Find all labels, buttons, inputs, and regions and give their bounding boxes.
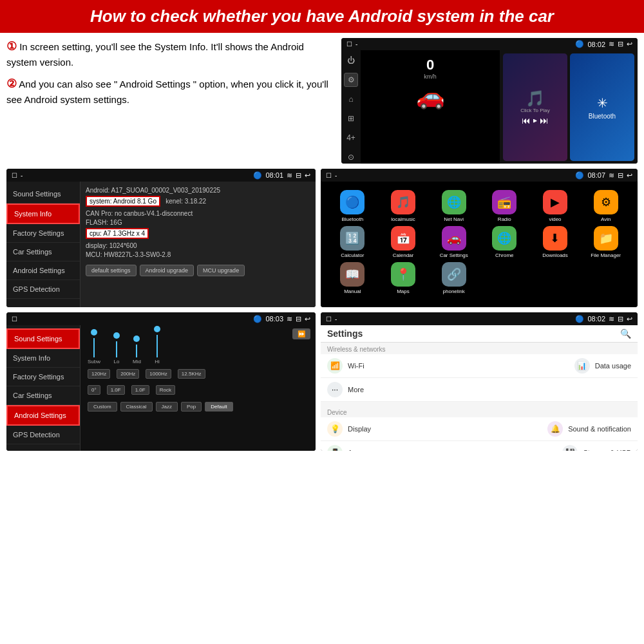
- bluetooth-panel: ✳ Bluetooth: [570, 53, 634, 161]
- sidebar2-gps-detection[interactable]: GPS Detection: [6, 426, 80, 444]
- app-downloads[interactable]: ⬇ Downloads: [532, 226, 579, 258]
- car-left-nav: ⏻ ⚙ ⌂ ⊞ 4+ ⊙: [341, 50, 361, 164]
- display-label: Display: [348, 425, 371, 433]
- device-section-title: Device: [321, 406, 638, 417]
- sidebar2-sound-settings[interactable]: Sound Settings: [6, 328, 80, 349]
- radio-app-icon: 📻: [492, 190, 516, 214]
- app-calculator[interactable]: 🔢 Calculator: [329, 226, 376, 258]
- video-app-label: video: [549, 216, 561, 222]
- app-manual[interactable]: 📖 Manual: [329, 262, 376, 294]
- apps-icon: 📱: [327, 445, 343, 451]
- step1-text: In screen setting, you'll see the System…: [6, 41, 304, 68]
- eq-bars: Subw Lo Mid: [84, 329, 312, 365]
- more-item[interactable]: ··· More: [321, 378, 638, 402]
- sidebar-gps-detection[interactable]: GPS Detection: [6, 280, 80, 299]
- preset-pop[interactable]: Pop: [181, 402, 202, 412]
- nav-icon[interactable]: ⊙: [344, 150, 358, 164]
- preset-custom[interactable]: Custom: [88, 402, 117, 412]
- apps-icon[interactable]: ⊞: [344, 111, 358, 126]
- more-label: More: [348, 386, 364, 393]
- eq-lo: Lo: [113, 332, 120, 365]
- unit-bar-top: ☐- 🔵 08:02 ≋⊟↩: [341, 38, 638, 50]
- app-radio[interactable]: 📻 Radio: [481, 190, 528, 222]
- settings-icon[interactable]: ⚙: [344, 73, 358, 87]
- app-netnavi[interactable]: 🌐 Net Navi: [430, 190, 477, 222]
- freq-125khz[interactable]: 12.5KHz: [178, 369, 205, 379]
- preset-default[interactable]: Default: [205, 402, 232, 412]
- power-icon[interactable]: ⏻: [344, 53, 358, 68]
- wireless-section-title: Wireless & networks: [321, 343, 638, 354]
- degree-0[interactable]: 0°: [88, 385, 100, 395]
- wifi-item[interactable]: 📶 Wi-Fi 📊 Data usage: [321, 354, 638, 378]
- sound-notif-icon: 🔔: [547, 421, 563, 437]
- sidebar-car-settings[interactable]: Car Settings: [6, 243, 80, 261]
- page-title: How to check whether you have Android sy…: [10, 6, 634, 26]
- settings-sidebar: Sound Settings System Info Factory Setti…: [6, 182, 80, 307]
- app-grid-screenshot: ☐- 🔵 08:07 ≋⊟↩ 🔵 Bluetooth 🎵 localmusic: [321, 169, 638, 307]
- sidebar2-car-settings[interactable]: Car Settings: [6, 386, 80, 405]
- android-upgrade-btn[interactable]: Android upgrade: [140, 265, 194, 276]
- freq-120hz[interactable]: 120Hz: [88, 369, 110, 379]
- app-localmusic[interactable]: 🎵 localmusic: [380, 190, 427, 222]
- app-video[interactable]: ▶ video: [532, 190, 579, 222]
- home-icon[interactable]: ⌂: [344, 92, 358, 106]
- car-unit-screenshot-top: ☐- 🔵 08:02 ≋⊟↩ ⏻ ⚙ ⌂ ⊞ 4+ ⊙: [341, 38, 638, 164]
- eq-label-lo: Lo: [114, 359, 120, 365]
- preset-classical[interactable]: Classical: [120, 402, 153, 412]
- sidebar-system-info[interactable]: System Info: [6, 204, 80, 224]
- search-icon[interactable]: 🔍: [620, 328, 631, 339]
- wifi-label: Wi-Fi: [348, 362, 365, 370]
- bt-label: Bluetooth: [589, 113, 616, 120]
- calc-app-icon: 🔢: [340, 226, 365, 251]
- eq-dot-lo: [113, 332, 120, 339]
- app-chrome[interactable]: 🌐 Chrome: [481, 226, 528, 258]
- cpu-info: cpu: A7 1.3GHz x 4: [86, 228, 310, 240]
- sidebar-factory-settings[interactable]: Factory Settings: [6, 224, 80, 243]
- eq-dot-hi: [154, 326, 160, 332]
- pl-app-label: phonelink: [443, 289, 465, 294]
- unit-bar-mid-left: ☐- 🔵 08:01 ≋⊟↩: [6, 169, 316, 182]
- display-item[interactable]: 💡 Display 🔔 Sound & notification: [321, 417, 638, 441]
- sidebar2-factory-settings[interactable]: Factory Settings: [6, 368, 80, 386]
- app-avin[interactable]: ⚙ Avin: [582, 190, 629, 222]
- app-grid-area: 🔵 Bluetooth 🎵 localmusic 🌐 Net Navi 📻 Ra…: [321, 182, 638, 307]
- default-settings-btn[interactable]: default settings: [86, 265, 137, 276]
- android-info: Android: A17_SUOA0_00002_V003_20190225: [86, 187, 310, 194]
- app-car-settings[interactable]: 🚗 Car Settings: [430, 226, 477, 258]
- app-calendar[interactable]: 📅 Calendar: [380, 226, 427, 258]
- app-maps[interactable]: 📍 Maps: [380, 262, 427, 294]
- sidebar-sound-settings[interactable]: Sound Settings: [6, 185, 80, 204]
- sidebar2-system-info[interactable]: System Info: [6, 349, 80, 368]
- apps-label: Apps: [348, 449, 364, 451]
- eq-hi: Hi: [154, 326, 160, 365]
- system-info-screenshot: ☐- 🔵 08:01 ≋⊟↩ Sound Settings System Inf…: [6, 169, 316, 307]
- media-controls: ⏮ ▶ ⏭: [522, 115, 549, 126]
- app-phonelink[interactable]: 🔗 phonelink: [430, 262, 477, 294]
- manual-app-label: Manual: [344, 289, 361, 294]
- apps-item[interactable]: 📱 Apps 💾 Storage & USB: [321, 441, 638, 451]
- eq-line-subw: [93, 338, 95, 357]
- sidebar-android-settings[interactable]: Android Settings: [6, 261, 80, 280]
- freq-1000hz[interactable]: 1000Hz: [146, 369, 171, 379]
- app-bluetooth[interactable]: 🔵 Bluetooth: [329, 190, 376, 222]
- eq-line-hi: [156, 335, 158, 357]
- preset-jazz[interactable]: Jazz: [156, 402, 178, 412]
- sound-mode-btn[interactable]: ⏩: [292, 328, 310, 339]
- speed-display: 0: [361, 50, 500, 73]
- android-settings-title: Settings: [327, 328, 363, 339]
- cal-app-icon: 📅: [391, 226, 415, 251]
- car-center-display: 0 km/h 🚗: [361, 50, 500, 164]
- mcu-upgrade-btn[interactable]: MCU upgrade: [197, 265, 245, 276]
- degree-1f-2[interactable]: 1.0F: [131, 385, 149, 395]
- freq-200hz[interactable]: 200Hz: [117, 369, 139, 379]
- app-filemanager[interactable]: 📁 File Manager: [582, 226, 629, 258]
- cal-app-label: Calendar: [393, 252, 413, 258]
- degree-1f-1[interactable]: 1.0F: [107, 385, 125, 395]
- volume-down-icon[interactable]: 4+: [344, 131, 358, 145]
- eq-rock[interactable]: Rock: [156, 385, 175, 395]
- dl-app-icon: ⬇: [543, 226, 567, 251]
- eq-degree-row: 0° 1.0F 1.0F Rock: [84, 383, 312, 397]
- maps-app-label: Maps: [397, 289, 410, 294]
- eq-freq-row: 120Hz 200Hz 1000Hz 12.5KHz: [84, 367, 312, 381]
- sidebar2-android-settings[interactable]: Android Settings: [6, 405, 80, 426]
